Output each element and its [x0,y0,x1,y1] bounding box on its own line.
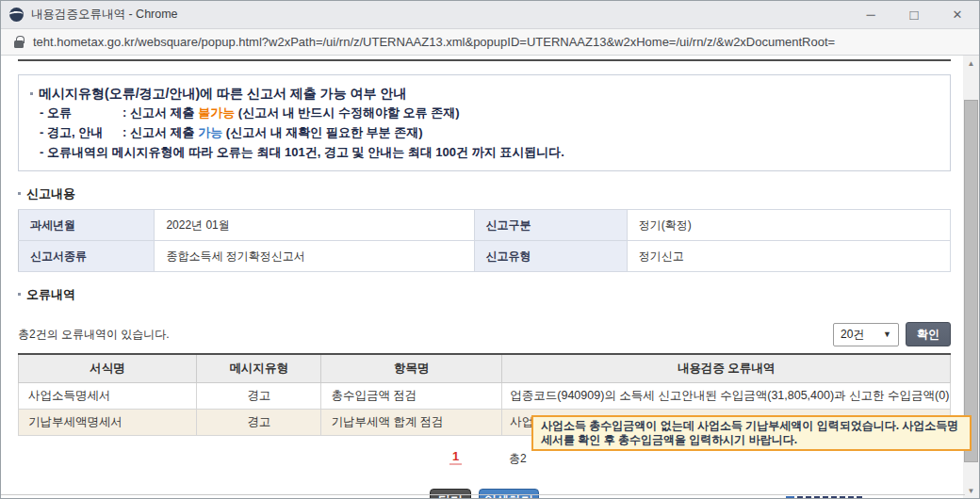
page-size-select[interactable]: 20건▼ [833,323,899,346]
cell-item-name: 기납부세액 합계 점검 [321,409,502,435]
notice-line-limit: - 오류내역의 메시지유형에 따라 오류는 최대 101건, 경고 및 안내는 … [40,142,937,162]
info-value-tax-period: 2022년 01월 [155,210,474,241]
bullet-icon [18,293,21,296]
window-title: 내용검증오류내역 - Chrome [31,7,849,23]
report-info-table: 과세년월 2022년 01월 신고구분 정기(확정) 신고서종류 종합소득세 정… [18,209,951,272]
section-title-errors: 오류내역 [18,286,951,303]
info-label-tax-period: 과세년월 [19,210,155,241]
info-value-report-class: 정기(확정) [627,210,950,241]
error-impossible-highlight: 불가능 [198,105,235,120]
info-label-report-class: 신고구분 [474,210,627,241]
page-favicon-icon [9,8,24,22]
table-row[interactable]: 사업소득명세서 경고 총수입금액 점검 업종코드(940909)의 소득세 신고… [19,382,951,409]
bullet-icon [18,192,21,195]
cell-error-detail: 업종코드(940909)의 소득세 신고안내된 수입금액(31,805,400)… [502,382,951,409]
cell-form-name: 기납부세액명세서 [19,409,197,435]
maximize-button[interactable]: □ [892,1,936,29]
cell-form-name: 사업소득명세서 [19,382,197,409]
bottom-divider [1,494,965,495]
browser-popup-window: 내용검증오류내역 - Chrome ─ □ ✕ teht.hometax.go.… [0,0,980,499]
lock-icon [14,40,24,48]
url-text[interactable]: teht.hometax.go.kr/websquare/popup.html?… [33,35,835,49]
notice-line-warning: - 경고, 안내: 신고서 제출 가능 (신고서 내 재확인 필요한 부분 존재… [40,122,937,142]
page-number-1[interactable]: 1 [449,449,462,465]
top-divider [18,59,951,61]
col-header-message-type: 메시지유형 [196,354,321,382]
window-controls: ─ □ ✕ [849,1,979,29]
error-count-summary: 총2건의 오류내역이 있습니다. [18,327,170,346]
col-header-item-name: 항목명 [321,354,502,382]
scrollbar-thumb[interactable] [964,100,978,462]
url-bar: teht.hometax.go.kr/websquare/popup.html?… [1,29,979,56]
info-value-report-kind: 종합소득세 정기확정신고서 [155,241,474,272]
minimize-button[interactable]: ─ [849,1,892,29]
cell-item-name: 총수입금액 점검 [321,382,502,409]
info-label-report-type: 신고유형 [474,241,627,272]
notice-title: 메시지유형(오류/경고/안내)에 따른 신고서 제출 가능 여부 안내 [30,86,937,103]
table-row: 신고서종류 종합소득세 정기확정신고서 신고유형 정기신고 [19,241,951,272]
validation-tooltip: 사업소득 총수입금액이 없는데 사업소득 기납부세액이 입력되었습니다. 사업소… [531,415,972,451]
chevron-down-icon: ▼ [883,330,891,339]
scroll-up-icon[interactable]: ▲ [963,56,979,71]
notice-line-error: - 오류: 신고서 제출 불가능 (신고서 내 반드시 수정해야할 오류 존재) [40,103,937,122]
section-title-report-info: 신고내용 [18,185,951,202]
scroll-down-icon[interactable]: ▼ [963,483,979,498]
info-label-report-kind: 신고서종류 [19,241,155,272]
cell-message-type: 경고 [196,382,321,409]
col-header-error-detail: 내용검증 오류내역 [502,354,951,382]
confirm-button[interactable]: 확인 [906,322,951,346]
title-bar: 내용검증오류내역 - Chrome ─ □ ✕ [1,1,979,29]
table-row: 과세년월 2022년 01월 신고구분 정기(확정) [19,210,951,241]
table-header-row: 서식명 메시지유형 항목명 내용검증 오류내역 [19,354,951,382]
notice-box: 메시지유형(오류/경고/안내)에 따른 신고서 제출 가능 여부 안내 - 오류… [18,74,951,171]
close-window-button[interactable]: ✕ [936,1,979,29]
warning-possible-highlight: 가능 [198,125,222,139]
info-value-report-type: 정기신고 [627,241,950,272]
bullet-icon [30,92,33,95]
col-header-form-name: 서식명 [19,354,197,382]
total-count-clipped-text: 총2 [509,451,527,467]
error-grid-controls: 총2건의 오류내역이 있습니다. 20건▼ 확인 [18,322,951,346]
cell-message-type: 경고 [196,409,321,435]
